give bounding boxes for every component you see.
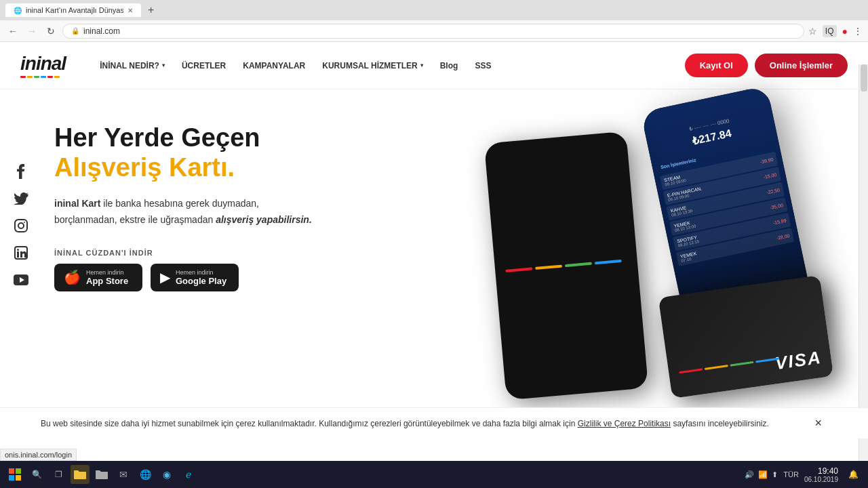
url-text: ininal.com xyxy=(83,26,120,36)
nav-item-sss[interactable]: SSS xyxy=(475,61,491,70)
phone-front-dark xyxy=(484,131,648,401)
user-icon[interactable]: ● xyxy=(842,26,848,37)
system-clock[interactable]: 19:40 06.10.2019 xyxy=(804,466,838,483)
ie-button[interactable]: ℯ xyxy=(179,465,198,484)
battery-tray-icon[interactable]: ⬆ xyxy=(772,470,778,479)
back-button[interactable]: ← xyxy=(5,24,20,39)
nav-item-kampanyalar[interactable]: KAMPANYALAR xyxy=(243,61,305,70)
appstore-sub: Hemen indirin xyxy=(86,269,128,276)
reload-button[interactable]: ↻ xyxy=(43,24,58,39)
tab-bar: 🌐 ininal Kart'ın Avantajlı Dünyasın... ✕… xyxy=(0,0,868,20)
nav-item-kurumsal[interactable]: KURUMSAL HİZMETLER ▾ xyxy=(322,61,422,70)
scrollbar[interactable] xyxy=(859,64,868,461)
forward-button[interactable]: → xyxy=(24,24,39,39)
register-button[interactable]: Kayıt Ol xyxy=(685,54,748,77)
edge-button[interactable]: ◉ xyxy=(157,465,176,484)
browser-controls: ← → ↻ 🔒 ininal.com ☆ IQ ● ⋮ xyxy=(0,20,868,42)
hero-content: Her Yerde Geçen Alışveriş Kartı. ininal … xyxy=(54,117,312,333)
svg-rect-11 xyxy=(16,475,21,481)
active-tab[interactable]: 🌐 ininal Kart'ın Avantajlı Dünyasın... ✕ xyxy=(5,3,141,17)
logo[interactable]: ininal xyxy=(20,53,66,78)
chevron-down-icon-2: ▾ xyxy=(420,62,423,68)
network-tray-icon[interactable]: 🔊 xyxy=(745,470,754,479)
volume-tray-icon[interactable]: 📶 xyxy=(758,470,768,479)
taskbar: 🔍 ❐ ✉ 🌐 ◉ ℯ 🔊 📶 ⬆ TÜR 19:40 06.10.2019 xyxy=(0,461,868,488)
appstore-button[interactable]: 🍎 Hemen indirin App Store xyxy=(54,264,142,291)
nav-item-blog[interactable]: Blog xyxy=(440,61,458,70)
hero-title-line2: Alışveriş Kartı. xyxy=(54,153,312,183)
googleplay-sub: Hemen indirin xyxy=(176,269,226,276)
extensions-icon[interactable]: IQ xyxy=(823,25,837,37)
tab-close-button[interactable]: ✕ xyxy=(127,7,133,14)
file-manager-button[interactable] xyxy=(71,465,90,484)
new-tab-button[interactable]: + xyxy=(144,4,158,16)
navbar: ininal İNİNAL NEDİR? ▾ ÜCRETLER xyxy=(0,42,868,89)
tab-title: ininal Kart'ın Avantajlı Dünyasın... xyxy=(26,6,123,14)
googleplay-button[interactable]: ▶ Hemen indirin Google Play xyxy=(151,264,239,291)
taskbar-left: 🔍 ❐ ✉ 🌐 ◉ ℯ xyxy=(5,465,198,484)
download-section-label: İNİNAL CÜZDAN'I İNDİR xyxy=(54,249,312,257)
menu-icon[interactable]: ⋮ xyxy=(853,26,863,37)
cookie-banner: Bu web sitesinde size daha iyi hizmet su… xyxy=(0,407,868,439)
scrollbar-thumb[interactable] xyxy=(861,64,867,92)
visa-brand-text: VISA xyxy=(774,347,823,374)
cookie-text: Bu web sitesinde size daha iyi hizmet su… xyxy=(41,419,802,428)
browser-taskbar-button[interactable]: 🌐 xyxy=(136,465,155,484)
nav-item-ininal-nedir[interactable]: İNİNAL NEDİR? ▾ xyxy=(100,61,165,70)
nav-actions: Kayıt Ol Online İşlemler xyxy=(685,54,848,77)
cookie-policy-link[interactable]: Gizlilik ve Çerez Politikası xyxy=(578,419,671,428)
bookmark-icon[interactable]: ☆ xyxy=(808,26,817,37)
folder-button[interactable] xyxy=(92,465,111,484)
taskbar-right: 🔊 📶 ⬆ TÜR 19:40 06.10.2019 🔔 xyxy=(745,465,863,484)
svg-rect-10 xyxy=(9,475,14,481)
nav-item-ucretler[interactable]: ÜCRETLER xyxy=(182,61,226,70)
logo-text: ininal xyxy=(20,53,66,75)
browser-icons: ☆ IQ ● ⋮ xyxy=(808,25,863,37)
hero-description: ininal Kart ile banka hesabına gerek duy… xyxy=(54,196,312,228)
svg-rect-9 xyxy=(16,468,21,474)
visa-card: VISA xyxy=(658,275,834,399)
apple-icon: 🍎 xyxy=(64,269,81,285)
appstore-main: App Store xyxy=(86,276,128,286)
hero-section: Her Yerde Geçen Alışveriş Kartı. ininal … xyxy=(0,89,868,361)
search-taskbar-button[interactable]: 🔍 xyxy=(27,465,46,484)
status-url: onis.ininal.com/login xyxy=(0,449,77,461)
mail-button[interactable]: ✉ xyxy=(114,465,133,484)
start-button[interactable] xyxy=(5,465,24,484)
cookie-close-button[interactable]: × xyxy=(809,416,827,430)
download-buttons: 🍎 Hemen indirin App Store ▶ Hemen indiri… xyxy=(54,264,312,291)
online-services-button[interactable]: Online İşlemler xyxy=(755,54,848,77)
svg-rect-8 xyxy=(9,468,14,474)
address-bar[interactable]: 🔒 ininal.com xyxy=(62,24,804,39)
website-content: ininal İNİNAL NEDİR? ▾ ÜCRETLER xyxy=(0,42,868,439)
nav-menu: İNİNAL NEDİR? ▾ ÜCRETLER KAMPANYALAR KUR… xyxy=(100,61,671,70)
googleplay-main: Google Play xyxy=(176,276,226,286)
googleplay-icon: ▶ xyxy=(160,269,170,285)
hero-title-line1: Her Yerde Geçen xyxy=(54,123,312,153)
notifications-button[interactable]: 🔔 xyxy=(844,465,863,484)
system-tray-icons: 🔊 📶 ⬆ xyxy=(745,470,778,479)
hero-image: ₺ ····· ···· ···· 0000 ₺217.84 Son İşlem… xyxy=(495,89,848,394)
chevron-down-icon: ▾ xyxy=(162,62,165,68)
language-indicator: TÜR xyxy=(783,470,799,479)
logo-underlines xyxy=(20,76,66,78)
task-view-button[interactable]: ❐ xyxy=(49,465,68,484)
